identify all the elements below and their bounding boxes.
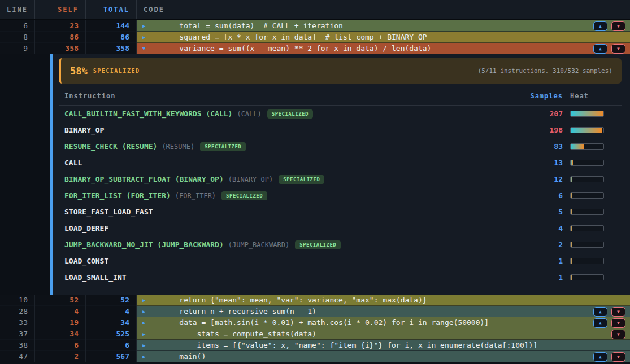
expand-toggle-icon[interactable]: ▶ xyxy=(142,295,149,306)
code-cell[interactable]: ▶ total = sum(data) # CALL + iteration ▲… xyxy=(137,20,630,32)
specialized-badge: SPECIALIZED xyxy=(221,191,267,200)
colder-line-button[interactable]: ▼ xyxy=(611,318,625,328)
hotter-line-button[interactable]: ▲ xyxy=(593,318,607,328)
heat-bar-fill xyxy=(571,160,573,165)
instruction-row: JUMP_BACKWARD_NO_JIT (JUMP_BACKWARD) (JU… xyxy=(59,236,622,253)
line-number: 37 xyxy=(0,328,35,340)
heat-bar-fill xyxy=(571,177,572,182)
hotter-line-button[interactable]: ▲ xyxy=(593,352,607,362)
specialized-label: SPECIALIZED xyxy=(93,68,140,74)
code-cell[interactable]: ▶ items = [{"value": x, "name": f"item_{… xyxy=(137,340,630,351)
line-nav-buttons: ▲ ▼ xyxy=(593,33,630,42)
code-line-row[interactable]: 6 23 144 ▶ total = sum(data) # CALL + it… xyxy=(0,20,630,32)
colder-line-button[interactable]: ▼ xyxy=(611,352,625,362)
colder-line-button[interactable]: ▼ xyxy=(611,44,625,54)
code-line-row[interactable]: 28 4 4 ▶ return n + recursive_sum(n - 1)… xyxy=(0,306,630,317)
hotter-line-button[interactable]: ▲ xyxy=(593,307,607,317)
colder-line-button[interactable]: ▼ xyxy=(611,21,625,31)
total-samples: 144 xyxy=(86,20,137,32)
total-samples: 567 xyxy=(86,351,137,362)
code-text: return {"mean": mean, "var": variance, "… xyxy=(162,295,427,306)
heat-bar-fill xyxy=(571,209,572,214)
code-cell[interactable]: ▶ main() ▲ ▼ xyxy=(137,351,630,362)
hotter-line-button[interactable]: ▲ xyxy=(593,21,607,31)
sample-count: 4 xyxy=(523,224,563,233)
line-nav-buttons: ▲ ▼ xyxy=(593,44,630,54)
code-cell[interactable]: ▶ return n + recursive_sum(n - 1) ▲ ▼ xyxy=(137,306,630,317)
column-header-instruction: Instruction xyxy=(64,92,115,100)
hotter-line-button[interactable]: ▲ xyxy=(593,44,607,54)
colder-line-button[interactable]: ▼ xyxy=(611,307,625,317)
heat-bar-fill xyxy=(571,258,572,264)
code-line-row[interactable]: 33 19 34 ▶ data = [math.sin(i * 0.01) + … xyxy=(0,317,630,328)
code-line-row[interactable]: 10 52 52 ▶ return {"mean": mean, "var": … xyxy=(0,295,630,306)
code-text: variance = sum((x - mean) ** 2 for x in … xyxy=(162,43,431,54)
instruction-name: CALL xyxy=(64,159,82,167)
heat-bar xyxy=(570,160,604,166)
specialized-badge: SPECIALIZED xyxy=(279,175,324,184)
colder-line-button[interactable]: ▼ xyxy=(611,330,625,339)
code-cell[interactable]: ▶ stats = compute_stats(data) ▲ ▼ xyxy=(137,328,630,340)
column-header-samples: Samples xyxy=(523,92,563,100)
code-text: main() xyxy=(162,351,206,362)
expand-toggle-icon[interactable]: ▶ xyxy=(142,20,149,32)
heat-bar xyxy=(570,225,604,231)
self-samples: 6 xyxy=(35,340,86,351)
expand-toggle-icon[interactable]: ▶ xyxy=(142,340,149,351)
specialized-percent: 58% xyxy=(70,65,88,77)
line-number: 47 xyxy=(0,351,35,362)
code-cell[interactable]: ▶ squared = [x * x for x in data] # list… xyxy=(137,32,630,43)
self-samples: 2 xyxy=(35,351,86,362)
column-header-total: TOTAL xyxy=(86,0,137,19)
line-number: 6 xyxy=(0,20,35,32)
line-number: 28 xyxy=(0,306,35,317)
code-cell[interactable]: ▼ variance = sum((x - mean) ** 2 for x i… xyxy=(137,43,630,54)
expand-toggle-icon[interactable]: ▶ xyxy=(142,32,149,43)
total-samples: 525 xyxy=(86,328,137,340)
heat-bar-fill xyxy=(571,193,572,198)
instruction-name: CALL_BUILTIN_FAST_WITH_KEYWORDS (CALL) xyxy=(64,109,232,118)
sample-count: 12 xyxy=(523,175,563,183)
expand-toggle-icon[interactable]: ▶ xyxy=(142,317,149,328)
base-opcode-hint: (BINARY_OP) xyxy=(228,176,273,183)
line-number: 10 xyxy=(0,295,35,306)
total-samples: 6 xyxy=(86,340,137,351)
expand-toggle-icon[interactable]: ▶ xyxy=(142,328,149,340)
instruction-name: LOAD_CONST xyxy=(64,257,108,265)
code-line-row[interactable]: 8 86 86 ▶ squared = [x * x for x in data… xyxy=(0,32,630,43)
code-rows-bottom: 10 52 52 ▶ return {"mean": mean, "var": … xyxy=(0,295,630,362)
heat-bar-fill xyxy=(571,144,584,149)
instruction-name: STORE_FAST_LOAD_FAST xyxy=(64,208,153,216)
specialized-badge: SPECIALIZED xyxy=(267,109,313,119)
code-line-row[interactable]: 37 34 525 ▶ stats = compute_stats(data) … xyxy=(0,328,630,340)
base-opcode-hint: (JUMP_BACKWARD) xyxy=(228,241,289,249)
instruction-row: CALL_BUILTIN_FAST_WITH_KEYWORDS (CALL) (… xyxy=(59,106,622,122)
expanded-line-panel: 58% SPECIALIZED (5/11 instructions, 310/… xyxy=(0,54,630,295)
table-header: LINE SELF TOTAL CODE xyxy=(0,0,630,20)
code-line-row[interactable]: 9 358 358 ▼ variance = sum((x - mean) **… xyxy=(0,43,630,54)
line-nav-buttons: ▲ ▼ xyxy=(593,352,630,362)
column-header-self: SELF xyxy=(35,0,86,19)
base-opcode-hint: (FOR_ITER) xyxy=(175,192,216,200)
code-line-row[interactable]: 47 2 567 ▶ main() ▲ ▼ xyxy=(0,351,630,362)
self-samples: 52 xyxy=(35,295,86,306)
line-number: 33 xyxy=(0,317,35,328)
total-samples: 52 xyxy=(86,295,137,306)
sample-count: 83 xyxy=(523,142,563,151)
code-line-row[interactable]: 38 6 6 ▶ items = [{"value": x, "name": f… xyxy=(0,340,630,351)
self-samples: 23 xyxy=(35,20,86,32)
code-cell[interactable]: ▶ data = [math.sin(i * 0.01) + math.cos(… xyxy=(137,317,630,328)
code-cell[interactable]: ▶ return {"mean": mean, "var": variance,… xyxy=(137,295,630,306)
expanded-panel-accent-bar xyxy=(0,54,53,295)
instruction-rows: CALL_BUILTIN_FAST_WITH_KEYWORDS (CALL) (… xyxy=(59,106,622,286)
expand-toggle-icon[interactable]: ▶ xyxy=(142,306,149,317)
heat-bar-fill xyxy=(571,226,572,231)
column-header-code: CODE xyxy=(137,0,630,19)
expand-toggle-icon[interactable]: ▼ xyxy=(142,43,149,54)
self-samples: 34 xyxy=(35,328,86,340)
specialized-badge: SPECIALIZED xyxy=(295,240,341,249)
heat-bar xyxy=(570,111,604,117)
heat-bar xyxy=(570,143,604,150)
heat-bar xyxy=(570,274,604,280)
expand-toggle-icon[interactable]: ▶ xyxy=(142,351,149,362)
